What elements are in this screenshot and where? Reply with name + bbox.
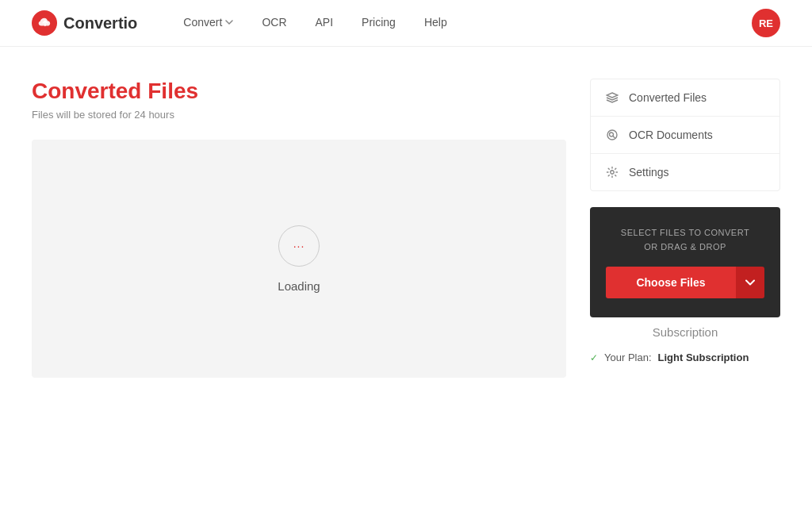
logo-link[interactable]: Convertio [32, 10, 137, 36]
loading-text: Loading [278, 279, 320, 293]
logo-text: Convertio [63, 14, 137, 33]
plan-name: Light Subscription [658, 352, 749, 363]
chevron-down-icon [225, 18, 233, 26]
sidebar-item-label: Converted Files [629, 91, 707, 104]
main-nav: Convert OCR API Pricing Help [169, 0, 752, 47]
main-content: Converted Files Files will be stored for… [0, 47, 812, 409]
sidebar-item-settings[interactable]: Settings [591, 154, 779, 190]
user-avatar[interactable]: RE [752, 9, 780, 37]
loading-spinner: ··· [278, 225, 320, 267]
sidebar-menu: Converted Files OCR Documents [590, 79, 780, 191]
page-title: Converted Files [32, 79, 566, 104]
choose-files-dropdown-button[interactable] [736, 267, 764, 298]
sidebar-item-label: OCR Documents [629, 129, 713, 141]
sidebar-item-ocr-documents[interactable]: OCR Documents [591, 117, 779, 154]
upload-box: SELECT FILES TO CONVERT OR DRAG & DROP C… [590, 207, 780, 317]
chevron-down-icon [745, 278, 755, 287]
svg-point-2 [611, 171, 614, 174]
sidebar-item-label: Settings [629, 166, 669, 179]
sidebar-item-converted-files[interactable]: Converted Files [591, 79, 779, 117]
nav-item-convert[interactable]: Convert [169, 0, 247, 47]
svg-point-0 [607, 130, 617, 140]
nav-item-pricing[interactable]: Pricing [347, 0, 410, 47]
search-circle-icon [605, 128, 619, 142]
header: Convertio Convert OCR API Pricing Help R… [0, 0, 812, 47]
loading-dots: ··· [293, 240, 305, 252]
subscription-title: Subscription [590, 325, 780, 339]
nav-item-api[interactable]: API [301, 0, 348, 47]
page-subtitle: Files will be stored for 24 hours [32, 109, 566, 121]
layers-icon [605, 90, 619, 105]
subscription-section: Subscription ✓ Your Plan: Light Subscrip… [590, 317, 780, 367]
subscription-plan: ✓ Your Plan: Light Subscription [590, 348, 780, 367]
choose-files-button[interactable]: Choose Files [606, 267, 736, 298]
upload-instructions: SELECT FILES TO CONVERT OR DRAG & DROP [606, 226, 764, 254]
loading-area: ··· Loading [32, 140, 566, 378]
check-icon: ✓ [590, 352, 598, 363]
nav-item-ocr[interactable]: OCR [247, 0, 301, 47]
choose-files-row: Choose Files [606, 267, 764, 298]
nav-item-help[interactable]: Help [410, 0, 462, 47]
logo-icon [32, 10, 57, 36]
gear-icon [605, 165, 619, 179]
right-sidebar: Converted Files OCR Documents [590, 79, 780, 378]
left-content: Converted Files Files will be stored for… [32, 79, 566, 378]
